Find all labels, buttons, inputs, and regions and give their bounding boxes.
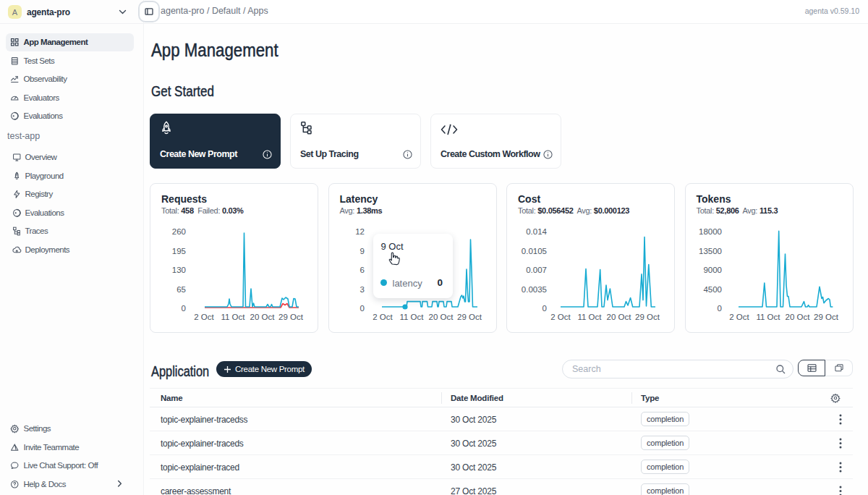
svg-text:4500: 4500 [703,285,722,294]
svg-text:0.014: 0.014 [526,227,547,236]
svg-text:29 Oct: 29 Oct [635,313,660,321]
svg-text:0: 0 [182,304,186,313]
svg-text:11 Oct: 11 Oct [756,313,780,321]
svg-text:195: 195 [172,247,186,255]
svg-text:29 Oct: 29 Oct [814,313,839,321]
svg-text:0: 0 [717,304,721,313]
svg-text:29 Oct: 29 Oct [278,313,304,321]
svg-text:11 Oct: 11 Oct [577,313,602,321]
svg-text:2 Oct: 2 Oct [373,313,393,321]
svg-text:20 Oct: 20 Oct [607,313,632,321]
svg-text:11 Oct: 11 Oct [221,313,245,321]
svg-text:0.0105: 0.0105 [522,247,547,255]
svg-text:2 Oct: 2 Oct [729,313,749,321]
svg-text:0: 0 [542,304,547,313]
svg-text:18000: 18000 [699,227,722,236]
svg-text:0: 0 [359,304,364,313]
svg-text:0.007: 0.007 [526,266,547,274]
svg-text:20 Oct: 20 Oct [428,313,454,321]
svg-text:260: 260 [172,227,186,236]
svg-text:3: 3 [359,285,364,294]
svg-text:65: 65 [176,285,186,294]
svg-text:29 Oct: 29 Oct [457,313,482,321]
svg-text:0.0035: 0.0035 [522,285,547,294]
svg-text:11 Oct: 11 Oct [399,313,424,321]
svg-text:20 Oct: 20 Oct [785,313,810,321]
svg-text:9000: 9000 [703,266,722,274]
svg-text:12: 12 [355,227,365,236]
svg-text:6: 6 [359,266,364,274]
svg-text:20 Oct: 20 Oct [250,313,276,321]
svg-text:130: 130 [172,266,186,274]
svg-text:2 Oct: 2 Oct [550,313,571,321]
svg-text:2 Oct: 2 Oct [194,313,214,321]
svg-text:9: 9 [359,247,364,255]
svg-text:13500: 13500 [699,247,722,255]
